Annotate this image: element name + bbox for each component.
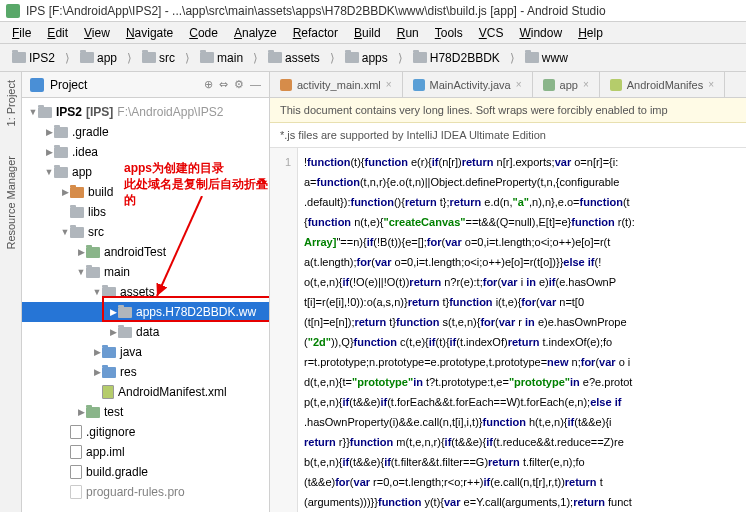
menu-navigate[interactable]: Navigate <box>120 24 179 42</box>
close-icon[interactable]: × <box>386 79 392 90</box>
tree-item[interactable]: proguard-rules.pro <box>22 482 269 502</box>
gear-icon[interactable]: ⚙ <box>234 78 244 91</box>
app-icon <box>6 4 20 18</box>
menu-view[interactable]: View <box>78 24 116 42</box>
tree-item[interactable]: ▶data <box>22 322 269 342</box>
tree-item[interactable]: libs <box>22 202 269 222</box>
tree-item[interactable]: ▼src <box>22 222 269 242</box>
tab-app[interactable]: app× <box>533 72 600 97</box>
tree-item[interactable]: ▶build <box>22 182 269 202</box>
tab-activity_main-xml[interactable]: activity_main.xml× <box>270 72 403 97</box>
menu-tools[interactable]: Tools <box>429 24 469 42</box>
menubar: FileEditViewNavigateCodeAnalyzeRefactorB… <box>0 22 746 44</box>
breadcrumb-src[interactable]: src <box>138 49 179 67</box>
window-title: IPS [F:\AndroidApp\IPS2] - ...\app\src\m… <box>26 4 606 18</box>
breadcrumb-apps[interactable]: apps <box>341 49 392 67</box>
project-tree: ▼IPS2[IPS]F:\AndroidApp\IPS2 ▶.gradle ▶.… <box>22 98 269 512</box>
tree-item[interactable]: ▶androidTest <box>22 242 269 262</box>
breadcrumb-app[interactable]: app <box>76 49 121 67</box>
left-tool-strip: 1: Project Resource Manager <box>0 72 22 512</box>
menu-help[interactable]: Help <box>572 24 609 42</box>
tree-item[interactable]: ▶.gradle <box>22 122 269 142</box>
tab-androidmanifes[interactable]: AndroidManifes× <box>600 72 725 97</box>
tree-item[interactable]: AndroidManifest.xml <box>22 382 269 402</box>
editor-tabs: activity_main.xml×MainActivity.java×app×… <box>270 72 746 98</box>
editor: activity_main.xml×MainActivity.java×app×… <box>270 72 746 512</box>
tool-project[interactable]: 1: Project <box>5 80 17 126</box>
menu-window[interactable]: Window <box>513 24 568 42</box>
project-panel: Project ⊕ ⇔ ⚙ — ▼IPS2[IPS]F:\AndroidApp\… <box>22 72 270 512</box>
tree-item-selected[interactable]: ▶apps.H78D2BBDK.ww <box>22 302 269 322</box>
tree-item[interactable]: ▶test <box>22 402 269 422</box>
filetype-banner: *.js files are supported by IntelliJ IDE… <box>270 123 746 148</box>
breadcrumb-bar: IPS2⟩app⟩src⟩main⟩assets⟩apps⟩H78D2BBDK⟩… <box>0 44 746 72</box>
panel-title[interactable]: Project <box>50 78 87 92</box>
breadcrumb-h78d2bbdk[interactable]: H78D2BBDK <box>409 49 504 67</box>
breadcrumb-main[interactable]: main <box>196 49 247 67</box>
menu-refactor[interactable]: Refactor <box>287 24 344 42</box>
tool-resource-manager[interactable]: Resource Manager <box>5 156 17 250</box>
tree-item[interactable]: .gitignore <box>22 422 269 442</box>
tree-root[interactable]: ▼IPS2[IPS]F:\AndroidApp\IPS2 <box>22 102 269 122</box>
breadcrumb-ips2[interactable]: IPS2 <box>8 49 59 67</box>
menu-code[interactable]: Code <box>183 24 224 42</box>
tree-item[interactable]: ▶res <box>22 362 269 382</box>
collapse-icon[interactable]: ⊕ <box>204 78 213 91</box>
menu-build[interactable]: Build <box>348 24 387 42</box>
close-icon[interactable]: × <box>583 79 589 90</box>
tree-item[interactable]: ▼app <box>22 162 269 182</box>
code-content[interactable]: !function(t){function e(r){if(n[r])retur… <box>298 148 746 512</box>
menu-analyze[interactable]: Analyze <box>228 24 283 42</box>
tab-mainactivity-java[interactable]: MainActivity.java× <box>403 72 533 97</box>
tree-item[interactable]: build.gradle <box>22 462 269 482</box>
project-view-icon <box>30 78 44 92</box>
hide-icon[interactable]: — <box>250 78 261 91</box>
tree-item[interactable]: app.iml <box>22 442 269 462</box>
menu-run[interactable]: Run <box>391 24 425 42</box>
tree-item[interactable]: ▶java <box>22 342 269 362</box>
breadcrumb-assets[interactable]: assets <box>264 49 324 67</box>
close-icon[interactable]: × <box>708 79 714 90</box>
menu-file[interactable]: File <box>6 24 37 42</box>
tree-item[interactable]: ▼main <box>22 262 269 282</box>
close-icon[interactable]: × <box>516 79 522 90</box>
breadcrumb-www[interactable]: www <box>521 49 572 67</box>
editor-gutter: 1 <box>270 148 298 512</box>
soft-wrap-banner: This document contains very long lines. … <box>270 98 746 123</box>
menu-edit[interactable]: Edit <box>41 24 74 42</box>
tree-item[interactable]: ▶.idea <box>22 142 269 162</box>
menu-vcs[interactable]: VCS <box>473 24 510 42</box>
tree-item[interactable]: ▼assets <box>22 282 269 302</box>
divide-icon[interactable]: ⇔ <box>219 78 228 91</box>
